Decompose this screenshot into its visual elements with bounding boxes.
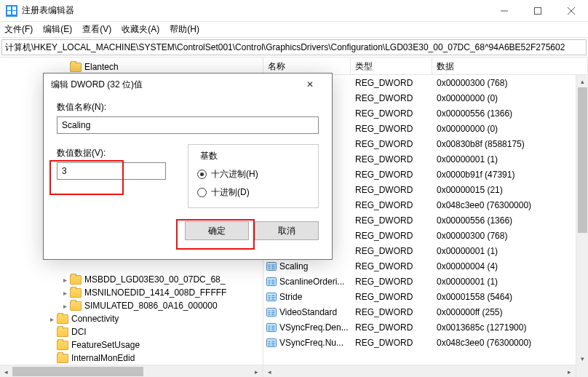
value-data: 0x00000000 (0) (432, 93, 588, 103)
value-data-input[interactable] (57, 162, 166, 180)
folder-icon (57, 328, 68, 337)
value-type: REG_DWORD (351, 215, 432, 226)
tree-item-label: Connectivity (71, 314, 119, 324)
radio-hex[interactable]: 十六进制(H) (197, 168, 309, 180)
value-data: 0x00000300 (768) (432, 231, 588, 241)
value-data: 0x00000001 (1) (432, 277, 588, 287)
svg-rect-104 (269, 297, 271, 298)
value-data: 0x000000ff (255) (432, 307, 588, 317)
menu-edit[interactable]: 编辑(E) (43, 23, 72, 36)
svg-rect-119 (269, 329, 271, 330)
value-type: REG_DWORD (351, 154, 432, 164)
svg-rect-115 (271, 314, 275, 314)
menu-favorites[interactable]: 收藏夹(A) (122, 23, 159, 36)
chevron-icon[interactable]: ▸ (47, 315, 57, 323)
svg-rect-1 (535, 7, 541, 14)
value-type: REG_DWORD (351, 78, 432, 88)
header-name[interactable]: 名称 (263, 57, 351, 74)
tree-item[interactable]: ▸ SIMULATED_8086_0A16_000000 (0, 299, 263, 312)
window-title: 注册表编辑器 (22, 4, 488, 17)
svg-rect-120 (271, 325, 275, 326)
tree-item[interactable]: ▸ MSBDD_LGD03E30_00_07DC_68_ (0, 273, 263, 286)
scroll-up-icon[interactable]: ▴ (576, 75, 588, 87)
menu-help[interactable]: 帮助(H) (170, 23, 199, 36)
tree-item[interactable]: InternalMonEdid (0, 352, 263, 365)
tree-item[interactable]: FeatureSetUsage (0, 338, 263, 352)
header-data[interactable]: 数据 (432, 57, 588, 74)
tree-item-label: Elantech (84, 62, 119, 72)
list-scroll-thumb[interactable] (578, 87, 587, 233)
tree-item[interactable]: Elantech (0, 60, 263, 74)
value-name-label: 数值名称(N): (57, 101, 319, 114)
tree-scrollbar-h[interactable]: ◂ ▸ (0, 365, 263, 377)
value-name-input[interactable] (57, 116, 319, 134)
svg-rect-89 (269, 264, 271, 265)
radio-dec-label: 十进制(D) (211, 186, 250, 199)
close-button[interactable] (555, 0, 588, 22)
tree-item-label: InternalMonEdid (71, 353, 135, 363)
scroll-left-icon[interactable]: ◂ (263, 365, 276, 377)
tree-item[interactable]: DCI (0, 325, 263, 338)
svg-rect-94 (271, 268, 275, 269)
svg-rect-101 (271, 283, 275, 284)
list-scrollbar-v[interactable]: ▴ ▾ (576, 75, 588, 377)
radio-dec-icon (197, 188, 207, 197)
menu-file[interactable]: 文件(F) (4, 23, 33, 36)
scroll-right-icon[interactable]: ▸ (563, 365, 576, 377)
tree-item-label: FeatureSetUsage (71, 340, 140, 350)
header-type[interactable]: 类型 (351, 57, 432, 74)
svg-rect-108 (271, 298, 275, 299)
value-data: 0x00000004 (4) (432, 261, 588, 271)
maximize-button[interactable] (521, 0, 555, 22)
chevron-icon[interactable]: ▸ (60, 302, 70, 310)
dialog-close-icon[interactable]: ✕ (295, 79, 325, 90)
value-name: VSyncFreq.Nu... (279, 338, 343, 348)
value-data: 0x00000300 (768) (432, 78, 588, 88)
scroll-down-icon[interactable]: ▾ (576, 352, 588, 365)
dialog-titlebar: 编辑 DWORD (32 位)值 ✕ (44, 74, 332, 95)
menu-view[interactable]: 查看(V) (82, 23, 111, 36)
list-row[interactable]: VideoStandard REG_DWORD 0x000000ff (255) (263, 304, 588, 320)
minimize-button[interactable] (488, 0, 521, 22)
list-scrollbar-h[interactable]: ◂ ▸ (263, 365, 576, 377)
radio-dec[interactable]: 十进制(D) (197, 186, 309, 199)
folder-icon (70, 275, 82, 285)
svg-rect-107 (271, 297, 275, 298)
value-name: VSyncFreq.Den... (279, 322, 349, 333)
tree-scroll-thumb[interactable] (12, 367, 143, 376)
chevron-icon[interactable]: ▸ (60, 276, 70, 284)
tree-item[interactable]: ▸ MSNILNOEDID_1414_008D_FFFFF (0, 286, 263, 299)
scroll-left-icon[interactable]: ◂ (0, 365, 12, 377)
svg-rect-91 (269, 268, 271, 269)
folder-icon (70, 288, 82, 298)
cancel-button[interactable]: 取消 (255, 221, 319, 240)
list-row[interactable]: VSyncFreq.Den... REG_DWORD 0x0013685c (1… (263, 320, 588, 335)
dword-icon (266, 338, 277, 348)
value-type: REG_DWORD (351, 185, 432, 195)
radio-hex-icon (197, 170, 207, 179)
list-row[interactable]: VSyncFreq.Nu... REG_DWORD 0x048c3ee0 (76… (263, 335, 588, 350)
svg-rect-90 (269, 266, 271, 267)
value-type: REG_DWORD (351, 200, 432, 210)
titlebar: 注册表编辑器 (0, 0, 588, 22)
svg-rect-105 (269, 298, 271, 299)
list-row[interactable]: ScanlineOrderi... REG_DWORD 0x00000001 (… (263, 274, 588, 289)
scroll-right-icon[interactable]: ▸ (250, 365, 263, 377)
value-data: 0x00000000 (0) (432, 124, 588, 134)
list-row[interactable]: Scaling REG_DWORD 0x00000004 (4) (263, 258, 588, 274)
tree-item-label: MSNILNOEDID_1414_008D_FFFFF (84, 287, 226, 298)
value-data: 0x00000001 (1) (432, 246, 588, 256)
ok-button[interactable]: 确定 (185, 221, 249, 240)
tree-item[interactable]: ▸ Connectivity (0, 312, 263, 325)
base-legend: 基数 (197, 150, 220, 162)
folder-icon (70, 301, 82, 311)
svg-rect-92 (271, 264, 275, 265)
svg-rect-125 (269, 343, 271, 344)
chevron-icon[interactable]: ▸ (60, 289, 70, 297)
value-type: REG_DWORD (351, 292, 432, 302)
value-type: REG_DWORD (351, 124, 432, 134)
address-bar[interactable]: 计算机\HKEY_LOCAL_MACHINE\SYSTEM\ControlSet… (1, 39, 587, 55)
list-row[interactable]: Stride REG_DWORD 0x00001558 (5464) (263, 289, 588, 304)
dialog-title: 编辑 DWORD (32 位)值 (51, 79, 143, 91)
svg-rect-117 (269, 325, 271, 326)
